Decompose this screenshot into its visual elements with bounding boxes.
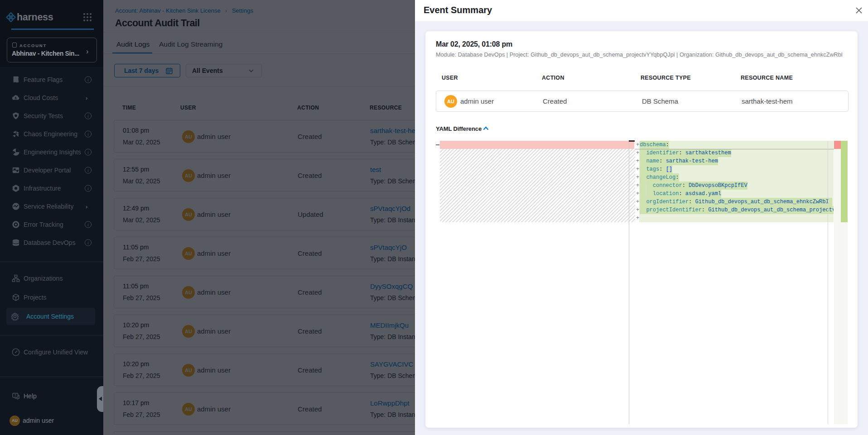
svg-text:$: $ [14, 96, 17, 100]
svg-text:?: ? [14, 393, 16, 397]
